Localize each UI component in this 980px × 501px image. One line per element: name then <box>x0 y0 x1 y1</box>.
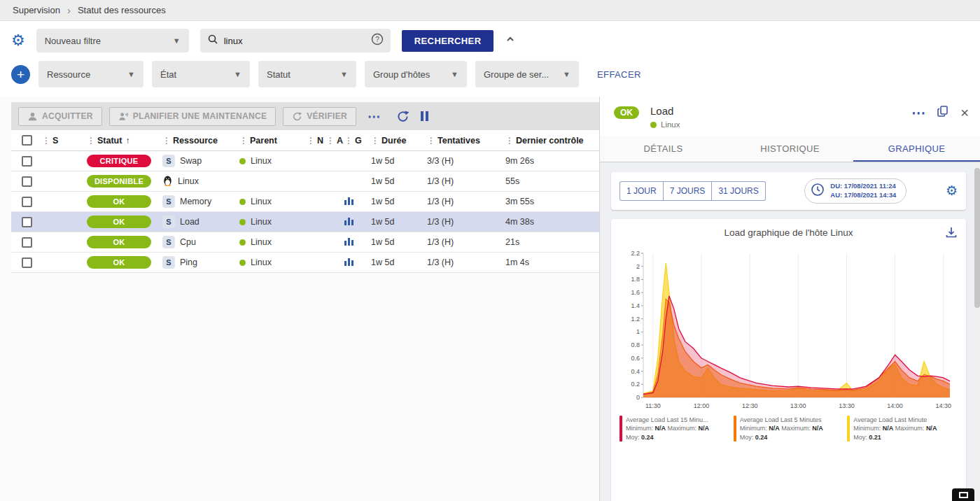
search-input[interactable] <box>224 36 365 46</box>
help-icon[interactable]: ? <box>371 33 384 48</box>
acknowledge-button[interactable]: ACQUITTER <box>18 107 102 126</box>
custom-date-range-button[interactable]: DU: 17/08/2021 11:24 AU: 17/08/2021 14:3… <box>804 178 906 204</box>
range-7-days-button[interactable]: 7 JOURS <box>663 181 713 201</box>
resource-name[interactable]: Cpu <box>180 237 196 247</box>
download-graph-icon[interactable] <box>945 226 958 241</box>
row-checkbox[interactable] <box>22 156 32 167</box>
copy-link-icon[interactable] <box>937 105 949 120</box>
search-button[interactable]: RECHERCHER <box>402 30 494 52</box>
row-checkbox[interactable] <box>22 237 32 248</box>
criteria-select-statut[interactable]: Statut▼ <box>258 61 356 87</box>
panel-parent-label[interactable]: Linux <box>661 120 680 129</box>
duration-cell: 1w 5d <box>371 156 427 166</box>
resource-name[interactable]: Ping <box>180 257 197 267</box>
legend-item[interactable]: Average Load Last MinuteMinimum: N/A Max… <box>847 416 958 442</box>
resource-name[interactable]: Memory <box>180 197 211 206</box>
column-menu-icon[interactable]: ⋮ <box>239 136 248 146</box>
row-checkbox[interactable] <box>22 257 32 268</box>
filter-settings-gear-icon[interactable]: ⚙ <box>11 33 25 48</box>
column-menu-icon[interactable]: ⋮ <box>505 136 514 146</box>
parent-name[interactable]: Linux <box>251 217 272 227</box>
table-row[interactable]: OK SPing Linux 1w 5d 1/3 (H) 1m 4s <box>11 253 599 273</box>
duration-cell: 1w 5d <box>371 197 427 206</box>
saved-filter-select[interactable]: Nouveau filtre ▼ <box>36 29 189 52</box>
row-checkbox[interactable] <box>22 197 32 207</box>
column-menu-icon[interactable]: ⋮ <box>42 136 50 146</box>
criteria-select-etat[interactable]: État▼ <box>152 61 250 87</box>
graph-icon[interactable] <box>344 257 354 266</box>
parent-name[interactable]: Linux <box>251 197 272 206</box>
breadcrumb-item-statut[interactable]: Statut des ressources <box>78 5 166 15</box>
table-row[interactable]: OK SMemory Linux 1w 5d 1/3 (H) 3m 55s <box>11 192 599 212</box>
tries-cell: 1/3 (H) <box>427 257 505 267</box>
column-menu-icon[interactable]: ⋮ <box>87 136 95 146</box>
column-header-severity[interactable]: ⋮S <box>42 136 87 146</box>
column-menu-icon[interactable]: ⋮ <box>371 136 379 146</box>
panel-tabs: DÉTAILS HISTORIQUE GRAPHIQUE <box>600 136 980 162</box>
column-menu-icon[interactable]: ⋮ <box>307 136 315 146</box>
column-header-n[interactable]: ⋮N <box>307 136 326 146</box>
svg-text:1.8: 1.8 <box>631 276 640 283</box>
tab-graphique[interactable]: GRAPHIQUE <box>853 136 980 162</box>
column-menu-icon[interactable]: ⋮ <box>326 136 335 146</box>
column-menu-icon[interactable]: ⋮ <box>344 136 353 146</box>
service-icon: S <box>162 256 175 269</box>
criteria-select-ressource[interactable]: Ressource▼ <box>38 61 144 87</box>
sort-asc-icon[interactable]: ↑ <box>125 136 130 146</box>
column-header-duree[interactable]: ⋮Durée <box>371 136 427 146</box>
graph-icon[interactable] <box>344 237 354 246</box>
close-panel-icon[interactable]: × <box>960 106 969 120</box>
duration-cell: 1w 5d <box>371 176 427 186</box>
panel-scrollbar-thumb[interactable] <box>974 168 980 308</box>
select-all-checkbox[interactable] <box>22 135 32 146</box>
column-menu-icon[interactable]: ⋮ <box>427 136 435 146</box>
column-header-statut[interactable]: ⋮Statut↑ <box>87 136 162 146</box>
panel-more-actions-icon[interactable]: ⋯ <box>911 106 925 120</box>
table-row[interactable]: DISPONIBLE Linux 1w 5d 1/3 (H) 55s <box>11 171 599 192</box>
parent-name[interactable]: Linux <box>251 237 272 247</box>
legend-item[interactable]: Average Load Last 15 Minu...Minimum: N/A… <box>620 416 730 442</box>
column-header-parent[interactable]: ⋮Parent <box>239 136 307 146</box>
row-checkbox[interactable] <box>22 176 32 187</box>
criteria-select-groupe-hotes[interactable]: Group d'hôtes▼ <box>365 61 467 87</box>
add-criteria-plus-icon[interactable]: + <box>11 65 30 84</box>
more-actions-icon[interactable]: ⋯ <box>363 108 385 125</box>
tab-historique[interactable]: HISTORIQUE <box>727 136 853 162</box>
range-1-day-button[interactable]: 1 JOUR <box>620 181 664 201</box>
clear-filters-button[interactable]: EFFACER <box>597 69 641 80</box>
chevron-down-icon: ▼ <box>563 70 570 78</box>
legend-average: Moy: 0.24 <box>626 433 709 442</box>
parent-name[interactable]: Linux <box>251 156 272 166</box>
check-button[interactable]: VÉRIFIER <box>283 107 356 126</box>
table-row[interactable]: OK SLoad Linux 1w 5d 1/3 (H) 4m 38s <box>11 212 599 232</box>
graph-icon[interactable] <box>344 216 354 225</box>
criteria-select-groupe-services[interactable]: Groupe de ser...▼ <box>475 61 579 87</box>
range-31-days-button[interactable]: 31 JOURS <box>711 181 765 201</box>
column-header-ressource[interactable]: ⋮Ressource <box>162 136 239 146</box>
graph-icon[interactable] <box>344 196 354 205</box>
breadcrumb-item-supervision[interactable]: Supervision <box>13 5 60 15</box>
column-header-dernier-controle[interactable]: ⋮Dernier contrôle <box>505 136 599 146</box>
panel-header: OK Load Linux ⋯ × <box>600 97 980 136</box>
tries-cell: 1/3 (H) <box>427 197 505 206</box>
column-menu-icon[interactable]: ⋮ <box>162 136 171 146</box>
panel-scrollbar-track[interactable] <box>974 162 980 501</box>
pause-icon[interactable] <box>421 111 428 121</box>
row-checkbox[interactable] <box>22 217 32 227</box>
table-row[interactable]: CRITIQUE SSwap Linux 1w 5d 3/3 (H) 9m 26… <box>11 151 599 171</box>
refresh-icon[interactable] <box>396 110 410 123</box>
column-header-a[interactable]: ⋮A <box>326 136 344 146</box>
tab-details[interactable]: DÉTAILS <box>600 136 727 162</box>
resource-name[interactable]: Linux <box>178 176 199 186</box>
graph-settings-gear-icon[interactable]: ⚙ <box>946 184 958 197</box>
resource-name[interactable]: Load <box>180 217 200 227</box>
column-header-g[interactable]: ⋮G <box>344 136 371 146</box>
column-header-tentatives[interactable]: ⋮Tentatives <box>427 136 505 146</box>
legend-item[interactable]: Average Load Last 5 MinutesMinimum: N/A … <box>734 416 844 442</box>
parent-name[interactable]: Linux <box>251 257 272 267</box>
collapse-filters-chevron-up-icon[interactable] <box>505 34 516 48</box>
table-row[interactable]: OK SCpu Linux 1w 5d 1/3 (H) 21s <box>11 232 599 253</box>
maintenance-button[interactable]: PLANIFIER UNE MAINTENANCE <box>109 107 276 126</box>
resource-name[interactable]: Swap <box>180 156 202 166</box>
search-box[interactable]: ? <box>200 29 391 52</box>
